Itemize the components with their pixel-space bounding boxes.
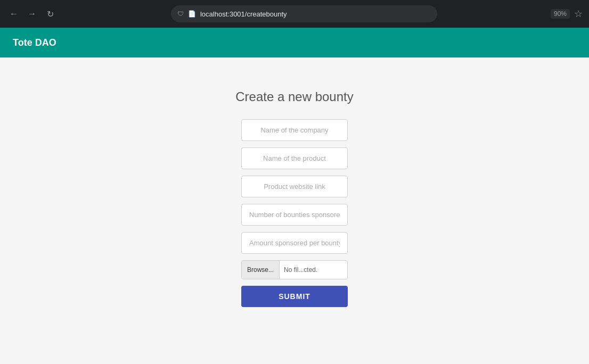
forward-icon: → (28, 9, 36, 19)
browser-right-controls: 90% ☆ (551, 8, 583, 20)
page-icon: 📄 (188, 10, 196, 18)
bounties-count-input[interactable] (241, 204, 348, 226)
product-website-input[interactable] (241, 176, 348, 197)
amount-per-bounty-input[interactable] (241, 232, 348, 254)
app-header: Tote DAO (0, 28, 589, 57)
file-browse-button[interactable]: Browse... (242, 261, 280, 279)
zoom-level: 90% (551, 9, 570, 19)
forward-button[interactable]: → (24, 6, 39, 21)
product-name-input[interactable] (241, 147, 348, 169)
nav-buttons: ← → ↻ (6, 6, 58, 21)
back-icon: ← (10, 9, 18, 19)
reload-button[interactable]: ↻ (43, 6, 58, 21)
url-text: localhost:3001/createbounty (200, 10, 287, 18)
file-input-container[interactable]: Browse... No fil...cted. (241, 260, 348, 279)
main-content: Create a new bounty Browse... No fil...c… (0, 57, 589, 364)
company-name-input[interactable] (241, 119, 348, 141)
bookmark-star-icon[interactable]: ☆ (574, 8, 583, 20)
bounty-form: Browse... No fil...cted. SUBMIT (241, 119, 348, 307)
address-bar[interactable]: 🛡 📄 localhost:3001/createbounty (171, 5, 437, 22)
address-bar-container: 🛡 📄 localhost:3001/createbounty (62, 5, 546, 22)
shield-icon: 🛡 (177, 10, 184, 18)
back-button[interactable]: ← (6, 6, 21, 21)
reload-icon: ↻ (47, 9, 54, 19)
page-title: Create a new bounty (235, 89, 353, 104)
submit-button[interactable]: SUBMIT (241, 286, 348, 307)
browser-chrome: ← → ↻ 🛡 📄 localhost:3001/createbounty 90… (0, 0, 589, 28)
file-no-chosen-label: No fil...cted. (280, 266, 322, 274)
app-title: Tote DAO (13, 37, 56, 48)
